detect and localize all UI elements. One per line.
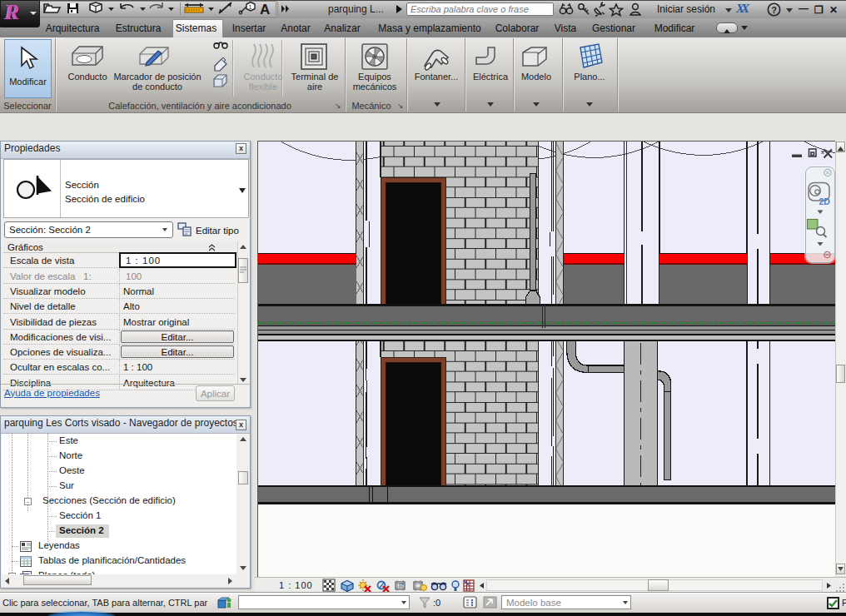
svg-text:A: A (260, 2, 270, 17)
svg-text:1: 1 (249, 4, 252, 10)
svg-text:?: ? (771, 5, 777, 15)
svg-text:2D: 2D (819, 196, 830, 206)
